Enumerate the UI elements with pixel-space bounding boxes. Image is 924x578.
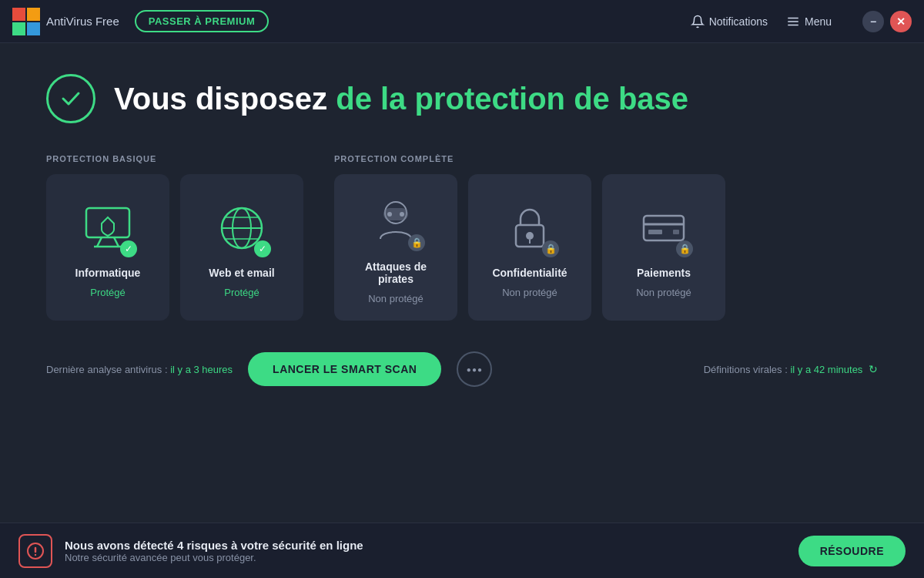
menu-icon bbox=[786, 15, 800, 29]
def-time: il y a 42 minutes bbox=[790, 364, 862, 375]
web-email-badge: ✓ bbox=[254, 240, 271, 257]
title-bar: AntiVirus Free PASSER À PREMIUM Notifica… bbox=[0, 0, 924, 43]
svg-point-21 bbox=[526, 232, 534, 240]
complete-cards-row: 🔒 Attaques de pirates Non protégé bbox=[334, 174, 878, 321]
svg-rect-3 bbox=[27, 22, 40, 35]
confidentialite-badge: 🔒 bbox=[542, 240, 559, 257]
informatique-badge: ✓ bbox=[120, 240, 137, 257]
web-email-status: Protégé bbox=[224, 287, 259, 298]
confidentialite-icon-wrap: 🔒 bbox=[499, 197, 561, 259]
scan-info-prefix: Dernière analyse antivirus : bbox=[46, 364, 170, 375]
card-pirates[interactable]: 🔒 Attaques de pirates Non protégé bbox=[334, 174, 457, 321]
pirates-icon-wrap: 🔒 bbox=[365, 191, 427, 253]
more-options-button[interactable]: ●●● bbox=[457, 351, 492, 387]
bell-icon bbox=[691, 15, 705, 29]
minimize-button[interactable]: − bbox=[862, 11, 884, 32]
smart-scan-button[interactable]: LANCER LE SMART SCAN bbox=[248, 352, 441, 386]
svg-rect-17 bbox=[383, 208, 408, 220]
svg-line-8 bbox=[97, 237, 102, 247]
bottom-bar: Dernière analyse antivirus : il y a 3 he… bbox=[46, 351, 878, 395]
web-email-title: Web et email bbox=[209, 267, 274, 279]
confidentialite-title: Confidentialité bbox=[492, 267, 567, 279]
svg-rect-1 bbox=[27, 8, 40, 21]
svg-rect-25 bbox=[648, 230, 662, 234]
resolve-button[interactable]: RÉSOUDRE bbox=[798, 536, 906, 566]
app-title: AntiVirus Free bbox=[46, 15, 119, 28]
refresh-icon[interactable]: ↻ bbox=[869, 363, 878, 375]
pirates-badge: 🔒 bbox=[408, 234, 425, 251]
premium-button[interactable]: PASSER À PREMIUM bbox=[135, 10, 270, 32]
window-controls: − ✕ bbox=[862, 11, 912, 32]
more-dots: ●●● bbox=[467, 365, 483, 374]
close-button[interactable]: ✕ bbox=[890, 11, 912, 32]
svg-rect-0 bbox=[12, 8, 25, 21]
paiements-title: Paiements bbox=[637, 267, 691, 279]
card-paiements[interactable]: 🔒 Paiements Non protégé bbox=[602, 174, 725, 321]
informatique-status: Protégé bbox=[90, 287, 126, 298]
pirates-title: Attaques de pirates bbox=[346, 260, 445, 285]
hero-title: Vous disposez de la protection de base bbox=[114, 82, 688, 116]
alert-title: Nous avons détecté 4 risques à votre séc… bbox=[65, 539, 786, 552]
scan-info-time: il y a 3 heures bbox=[170, 364, 233, 375]
hero-section: Vous disposez de la protection de base bbox=[46, 74, 878, 123]
informatique-title: Informatique bbox=[75, 267, 141, 279]
svg-rect-26 bbox=[673, 230, 679, 234]
confidentialite-status: Non protégé bbox=[502, 287, 557, 298]
status-check-icon bbox=[46, 74, 95, 123]
title-actions: Notifications Menu − ✕ bbox=[691, 11, 912, 32]
svg-point-19 bbox=[400, 212, 404, 217]
notifications-label: Notifications bbox=[709, 15, 768, 28]
card-confidentialite[interactable]: 🔒 Confidentialité Non protégé bbox=[468, 174, 591, 321]
card-web-email[interactable]: ✓ Web et email Protégé bbox=[180, 174, 303, 321]
informatique-icon-wrap: ✓ bbox=[77, 197, 139, 259]
svg-rect-2 bbox=[12, 22, 25, 35]
protection-sections: PROTECTION BASIQUE ✓ Informat bbox=[46, 154, 878, 321]
warning-icon bbox=[26, 542, 45, 560]
paiements-status: Non protégé bbox=[636, 287, 691, 298]
section-complete: PROTECTION COMPLÈTE 🔒 Attaqu bbox=[334, 154, 878, 321]
web-email-icon-wrap: ✓ bbox=[211, 197, 273, 259]
card-informatique[interactable]: ✓ Informatique Protégé bbox=[46, 174, 169, 321]
hero-title-highlight: de la protection de base bbox=[336, 82, 688, 116]
alert-text: Nous avons détecté 4 risques à votre séc… bbox=[65, 539, 786, 563]
main-content: Vous disposez de la protection de base P… bbox=[0, 43, 924, 410]
section-basic: PROTECTION BASIQUE ✓ Informat bbox=[46, 154, 303, 321]
def-prefix: Définitions virales : bbox=[704, 364, 791, 375]
svg-rect-7 bbox=[86, 208, 129, 237]
paiements-icon-wrap: 🔒 bbox=[633, 197, 695, 259]
menu-button[interactable]: Menu bbox=[786, 15, 832, 29]
menu-label: Menu bbox=[805, 15, 832, 28]
paiements-badge: 🔒 bbox=[676, 240, 693, 257]
basic-cards-row: ✓ Informatique Protégé bbox=[46, 174, 303, 321]
svg-point-18 bbox=[387, 212, 392, 217]
definitions-info: Définitions virales : il y a 42 minutes … bbox=[704, 363, 878, 375]
alert-bar: Nous avons détecté 4 risques à votre séc… bbox=[0, 523, 924, 578]
svg-line-9 bbox=[114, 237, 119, 247]
svg-rect-23 bbox=[644, 216, 684, 240]
avg-logo-icon bbox=[12, 8, 40, 35]
alert-icon-wrap bbox=[18, 534, 52, 568]
basic-label: PROTECTION BASIQUE bbox=[46, 154, 303, 163]
hero-title-normal: Vous disposez bbox=[114, 82, 336, 116]
scan-info: Dernière analyse antivirus : il y a 3 he… bbox=[46, 364, 233, 375]
complete-label: PROTECTION COMPLÈTE bbox=[334, 154, 878, 163]
notifications-button[interactable]: Notifications bbox=[691, 15, 768, 29]
svg-point-29 bbox=[35, 553, 36, 555]
alert-subtitle: Notre sécurité avancée peut vous protége… bbox=[65, 552, 786, 563]
logo-area: AntiVirus Free bbox=[12, 8, 119, 35]
pirates-status: Non protégé bbox=[368, 293, 424, 304]
